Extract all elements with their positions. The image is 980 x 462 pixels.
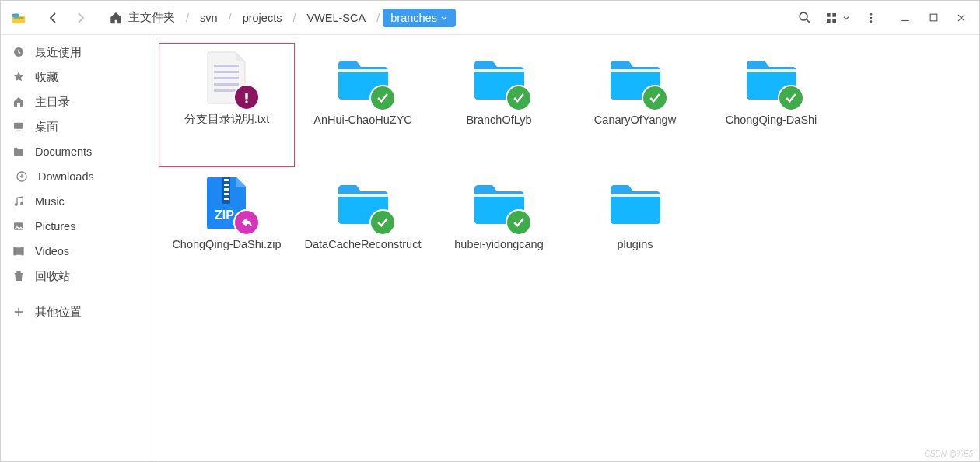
sidebar-item-downloads[interactable]: Downloads [1,164,152,189]
svg-rect-29 [338,69,388,72]
status-badge-warn [233,84,260,110]
file-item[interactable]: ChongQing-DaShi [703,43,839,167]
sidebar-item-label: Downloads [38,170,94,183]
search-button[interactable] [791,5,817,31]
folder-icon [12,145,26,158]
file-item[interactable]: hubei-yidongcang [431,167,567,292]
folder-icon [335,175,391,231]
sidebar-item-桌面[interactable]: 桌面 [1,114,152,139]
view-mode-button[interactable] [819,5,856,31]
folder-icon [744,51,800,107]
sidebar-other-locations[interactable]: 其他位置 [1,299,152,324]
svg-rect-36 [224,188,229,191]
sidebar-item-label: 桌面 [35,120,58,135]
minimize-button[interactable] [892,5,919,31]
toolbar-right [791,5,975,31]
search-icon [798,11,811,24]
sidebar-item-pictures[interactable]: Pictures [1,214,152,239]
svg-point-3 [800,12,807,20]
svg-rect-23 [214,71,239,73]
folder-icon [335,51,391,107]
back-button[interactable] [40,5,66,31]
sidebar-item-主目录[interactable]: 主目录 [1,89,152,114]
status-badge-ok [642,85,668,111]
sidebar-item-documents[interactable]: Documents [1,139,152,164]
svg-rect-32 [747,69,796,72]
file-item[interactable]: DataCacheReconstruct [295,167,431,292]
file-label: 分支目录说明.txt [184,112,269,126]
sidebar-item-videos[interactable]: Videos [1,239,152,264]
status-badge-ok [369,85,396,111]
text-icon [199,50,255,106]
sidebar-item-最近使用[interactable]: 最近使用 [1,40,152,65]
sidebar-item-music[interactable]: Music [1,189,152,214]
breadcrumb-svn[interactable]: svn [192,9,226,27]
svg-point-28 [245,100,247,103]
file-label: AnHui-ChaoHuZYC [313,113,412,127]
svg-rect-7 [832,19,836,23]
desktop-icon [12,121,26,133]
svg-rect-5 [832,13,836,17]
sidebar-item-label: Music [35,195,65,208]
file-item[interactable]: 分支目录说明.txt [159,43,295,167]
sidebar-item-label: 主目录 [35,95,70,110]
svg-rect-34 [224,179,229,181]
file-item[interactable]: AnHui-ChaoHuZYC [295,43,431,167]
breadcrumb-home[interactable]: 主文件夹 [102,7,183,28]
svg-rect-35 [224,184,229,186]
maximize-button[interactable] [920,5,947,31]
status-badge-ok [506,85,532,111]
forward-button[interactable] [68,5,94,31]
svg-rect-41 [474,194,524,197]
maximize-icon [929,12,939,23]
sidebar-item-回收站[interactable]: 回收站 [1,264,152,289]
sidebar-item-label: Pictures [35,220,75,233]
star-icon [12,71,26,83]
svg-rect-38 [224,198,229,200]
svg-rect-42 [611,194,660,197]
svg-rect-13 [14,123,23,129]
status-badge-ok [778,85,804,111]
chevron-down-icon [842,14,850,22]
svg-rect-24 [214,77,239,79]
svg-rect-20 [14,247,16,254]
sidebar-item-收藏[interactable]: 收藏 [1,65,152,89]
watermark: CSDN @%E5 [925,450,973,458]
breadcrumb-vwel-sca[interactable]: VWEL-SCA [299,9,373,27]
file-label: ChongQing-DaShi [726,113,817,127]
breadcrumb-projects[interactable]: projects [235,9,290,27]
svg-point-16 [21,202,23,205]
breadcrumb-current[interactable]: branches [383,9,456,27]
file-item[interactable]: CanaryOfYangw [567,43,703,167]
svg-rect-30 [474,69,524,72]
svg-rect-31 [611,69,660,72]
file-item[interactable]: ZIP ChongQing-DaShi.zip [159,167,295,292]
clock-icon [12,46,26,58]
close-icon [956,12,967,23]
close-button[interactable] [948,5,975,31]
plus-icon [12,306,26,318]
minimize-icon [900,12,911,23]
kebab-icon [865,12,877,24]
file-item[interactable]: plugins [567,167,703,292]
file-label: CanaryOfYangw [594,113,676,127]
file-label: BranchOfLyb [466,113,531,127]
file-item[interactable]: BranchOfLyb [431,43,567,167]
file-view[interactable]: 分支目录说明.txt AnHui-ChaoHuZYC BranchOfLyb C… [152,35,979,461]
svg-point-18 [16,225,18,226]
svg-rect-1 [12,13,19,17]
svg-rect-2 [14,17,24,19]
svg-point-9 [870,16,873,19]
status-badge-ok [506,209,532,236]
svg-rect-22 [214,65,239,67]
svg-rect-21 [22,247,23,254]
folder-icon [607,175,663,231]
grid-view-icon [825,12,838,24]
status-badge-ok [369,209,396,236]
sidebar-item-label: Videos [35,245,69,257]
sidebar-item-label: 最近使用 [35,45,82,60]
hamburger-menu-button[interactable] [858,5,884,31]
file-label: hubei-yidongcang [454,237,543,251]
folder-icon [471,175,527,231]
file-manager-window: 主文件夹 / svn / projects / VWEL-SCA / branc… [0,0,980,462]
